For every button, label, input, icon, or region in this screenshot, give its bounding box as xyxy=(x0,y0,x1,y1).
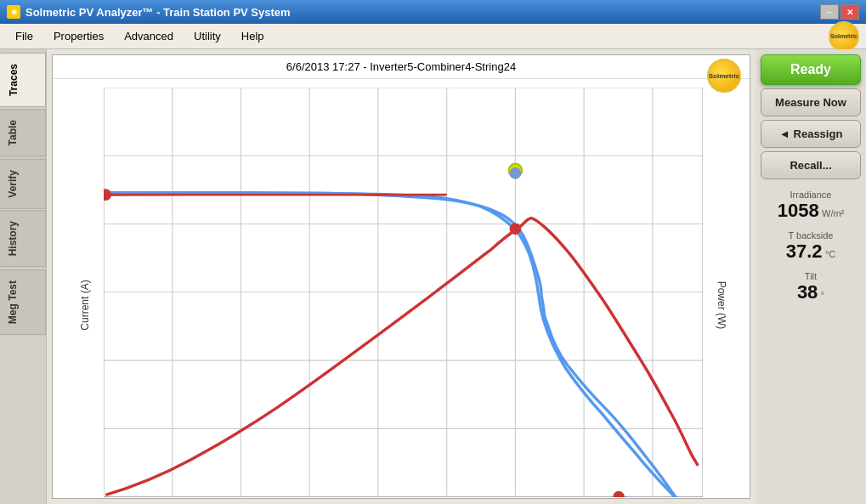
sidebar-tab-megtest[interactable]: Meg Test xyxy=(0,269,46,335)
sidebar-tab-traces[interactable]: Traces xyxy=(0,53,46,107)
tilt-item: Tilt 38 ° xyxy=(761,271,861,303)
sidebar-tab-table[interactable]: Table xyxy=(0,109,46,156)
measure-now-button[interactable]: Measure Now xyxy=(761,88,861,116)
tilt-value: 38 xyxy=(797,281,818,303)
sidebar: Traces Table Verify History Meg Test xyxy=(0,49,47,504)
irradiance-unit: W/m² xyxy=(822,208,844,218)
menu-file[interactable]: File xyxy=(7,26,42,46)
window-title: Solmetric PV Analyzer™ - Train Station P… xyxy=(25,6,291,19)
tbackside-unit: °C xyxy=(825,249,835,259)
menu-properties[interactable]: Properties xyxy=(45,26,112,46)
main-layout: Traces Table Verify History Meg Test 6/6… xyxy=(0,49,866,504)
menu-utility[interactable]: Utility xyxy=(185,26,229,46)
chart-svg: 0 100 200 300 400 500 600 700 800 870 0.… xyxy=(104,88,703,497)
tilt-label: Tilt xyxy=(761,271,861,281)
sidebar-tab-history[interactable]: History xyxy=(0,210,46,267)
title-bar-controls: ─ ✕ xyxy=(820,4,859,20)
reassign-label: Reassign xyxy=(794,127,843,140)
tbackside-value: 37.2 xyxy=(786,241,823,262)
title-bar: ☀ Solmetric PV Analyzer™ - Train Station… xyxy=(0,0,866,24)
chart-title: 6/6/2013 17:27 - Inverter5-Combiner4-Str… xyxy=(286,60,516,73)
reassign-button[interactable]: ◄ Reassign xyxy=(761,120,861,148)
tbackside-item: T backside 37.2 °C xyxy=(761,230,861,263)
menu-logo: Solmetric xyxy=(829,21,859,52)
solmetric-logo: Solmetric xyxy=(829,21,859,52)
tbackside-label: T backside xyxy=(761,230,861,241)
reassign-arrow-icon: ◄ xyxy=(779,127,790,140)
chart-container: 6/6/2013 17:27 - Inverter5-Combiner4-Str… xyxy=(52,54,750,499)
tilt-unit: ° xyxy=(821,290,824,300)
menu-help[interactable]: Help xyxy=(233,26,273,46)
minimize-button[interactable]: ─ xyxy=(820,4,839,20)
isc-line-point xyxy=(510,223,522,235)
title-bar-left: ☀ Solmetric PV Analyzer™ - Train Station… xyxy=(7,5,291,19)
chart-header: 6/6/2013 17:27 - Inverter5-Combiner4-Str… xyxy=(53,55,750,79)
mpp-iv-point xyxy=(510,167,522,179)
menu-bar: File Properties Advanced Utility Help So… xyxy=(0,24,866,49)
y-axis-left-label: Current (A) xyxy=(79,280,91,330)
menu-advanced[interactable]: Advanced xyxy=(116,26,182,46)
chart-area: Current (A) Power (W) xyxy=(53,79,750,504)
recall-button[interactable]: Recall... xyxy=(761,151,861,179)
sensor-data: Irradiance 1058 W/m² T backside 37.2 °C … xyxy=(761,190,861,303)
close-button[interactable]: ✕ xyxy=(841,4,859,20)
sidebar-tab-verify[interactable]: Verify xyxy=(0,159,46,209)
y-axis-right-label: Power (W) xyxy=(716,280,728,329)
ready-button[interactable]: Ready xyxy=(761,54,861,85)
irradiance-item: Irradiance 1058 W/m² xyxy=(761,190,861,222)
irradiance-value: 1058 xyxy=(778,200,819,221)
right-panel: Ready Measure Now ◄ Reassign Recall... I… xyxy=(756,49,866,504)
app-icon: ☀ xyxy=(7,5,20,19)
irradiance-label: Irradiance xyxy=(761,190,861,200)
